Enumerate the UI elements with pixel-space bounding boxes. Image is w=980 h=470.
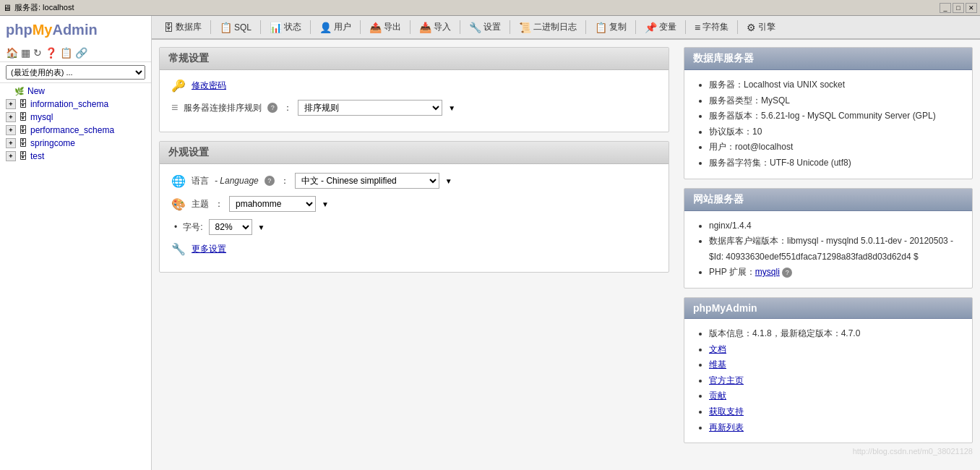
replication-icon: 📋: [595, 22, 607, 33]
settings-icon: 🔧: [469, 22, 481, 33]
databases-btn[interactable]: 🗄 数据库: [158, 19, 207, 35]
list-item: PHP 扩展：mysqli ?: [709, 265, 960, 281]
list-item: nginx/1.4.4: [709, 218, 960, 234]
expand-icon: +: [6, 151, 16, 161]
wiki-link[interactable]: 维基: [709, 359, 726, 369]
homepage-link[interactable]: 官方主页: [709, 375, 744, 385]
list-item: 服务器版本：5.6.21-log - MySQL Community Serve…: [709, 108, 960, 124]
binlog-btn[interactable]: 📜 二进制日志: [513, 19, 583, 35]
list-item: 服务器：Localhost via UNIX socket: [709, 77, 960, 93]
appearance-settings-panel: 外观设置 🌐 语言 - Language ? ： 中文 - Chinese si…: [159, 141, 669, 273]
appearance-settings-header: 外观设置: [160, 142, 669, 164]
db-server-list: 服务器：Localhost via UNIX socket 服务器类型：MySQ…: [696, 77, 960, 171]
contribute-link[interactable]: 贡献: [709, 390, 726, 401]
home-icon[interactable]: 🏠: [6, 47, 18, 59]
db-item-mysql[interactable]: + 🗄 mysql: [0, 111, 151, 124]
support-link[interactable]: 获取支持: [709, 406, 744, 416]
mysqli-link[interactable]: mysqli: [755, 267, 780, 277]
db-icon: 🗄: [19, 138, 27, 148]
phpmyadmin-body: 版本信息：4.1.8，最新稳定版本：4.7.0 文档 维基 官方主页 贡献 获取…: [684, 319, 972, 443]
databases-label: 数据库: [176, 21, 202, 33]
collation-help-icon[interactable]: ?: [267, 103, 278, 113]
sidebar: phpMyAdmin 🏠 ▦ ↻ ❓ 📋 🔗 (最近使用的表) ... New …: [0, 16, 152, 470]
item-key: 协议版本：: [709, 127, 752, 137]
settings-btn[interactable]: 🔧 设置: [463, 19, 507, 35]
users-label: 用户: [334, 21, 351, 33]
db-icon: 🗄: [19, 125, 27, 135]
list-item: 服务器类型：MySQL: [709, 93, 960, 109]
item-value: Localhost via UNIX socket: [744, 80, 845, 90]
web-server-panel: 网站服务器 nginx/1.4.4 数据库客户端版本：libmysql - my…: [684, 188, 973, 289]
mysqli-help-icon[interactable]: ?: [782, 268, 792, 278]
status-btn[interactable]: 📊 状态: [264, 19, 307, 35]
general-settings-header: 常规设置: [160, 48, 669, 70]
maximize-btn[interactable]: □: [953, 3, 964, 13]
collation-select[interactable]: 排序规则: [298, 100, 442, 116]
close-btn[interactable]: ✕: [966, 3, 977, 13]
list-item: 版本信息：4.1.8，最新稳定版本：4.7.0: [709, 326, 960, 342]
more-settings-link[interactable]: 更多设置: [192, 243, 226, 255]
charset-btn[interactable]: ≡ 字符集: [689, 19, 734, 35]
binlog-icon: 📜: [519, 22, 531, 33]
changelog-link[interactable]: 再新列表: [709, 422, 744, 432]
theme-label: 主题: [192, 198, 209, 210]
web-server-list: nginx/1.4.4 数据库客户端版本：libmysql - mysqlnd …: [696, 218, 960, 281]
help-icon[interactable]: ❓: [45, 47, 57, 59]
more-settings-row: 🔧 更多设置: [171, 242, 657, 256]
left-panels: 常规设置 🔑 修改密码 ≡ 服务器连接排序规则 ? ：: [152, 40, 676, 470]
list-item: 数据库客户端版本：libmysql - mysqlnd 5.0.11-dev -…: [709, 234, 960, 265]
db-name: performance_schema: [30, 125, 114, 135]
users-btn[interactable]: 👤 用户: [314, 19, 357, 35]
engines-btn[interactable]: ⚙ 引擎: [741, 19, 781, 35]
titlebar-controls: _ □ ✕: [940, 3, 977, 13]
expand-icon: +: [6, 112, 16, 122]
new-database-link[interactable]: New: [0, 83, 151, 98]
databases-icon: 🗄: [163, 22, 173, 33]
sql-btn[interactable]: 📋 SQL: [214, 19, 257, 35]
sidebar-logo: phpMyAdmin: [0, 16, 151, 44]
language-help-icon[interactable]: ?: [265, 176, 275, 186]
theme-select[interactable]: pmahomme: [229, 196, 316, 212]
language-icon: 🌐: [171, 174, 186, 188]
list-item: 官方主页: [709, 373, 960, 389]
import-btn[interactable]: 📥 导入: [413, 19, 457, 35]
change-password-link[interactable]: 修改密码: [192, 80, 226, 92]
list-item: 文档: [709, 342, 960, 358]
list-item: 贡献: [709, 388, 960, 404]
language-italic-label: - Language: [215, 176, 259, 186]
language-select[interactable]: 中文 - Chinese simplified: [295, 173, 439, 189]
link-icon[interactable]: 🔗: [75, 47, 87, 59]
recent-tables-select[interactable]: (最近使用的表) ...: [6, 65, 145, 80]
font-size-dropdown-icon: ▼: [258, 223, 265, 231]
minimize-btn[interactable]: _: [940, 3, 951, 13]
item-value: root@localhost: [735, 142, 793, 152]
docs-link[interactable]: 文档: [709, 344, 726, 354]
db-item-springcome[interactable]: + 🗄 springcome: [0, 137, 151, 150]
db-server-body: 服务器：Localhost via UNIX socket 服务器类型：MySQ…: [684, 70, 972, 179]
variables-btn[interactable]: 📌 变量: [639, 19, 682, 35]
titlebar-icon: 🖥: [3, 3, 12, 13]
sql-icon: 📋: [220, 22, 232, 33]
list-item: 协议版本：10: [709, 124, 960, 140]
language-row: 🌐 语言 - Language ? ： 中文 - Chinese simplif…: [171, 173, 657, 189]
grid-icon[interactable]: ▦: [21, 47, 30, 59]
refresh-icon[interactable]: ↻: [33, 47, 42, 59]
export-btn[interactable]: 📤 导出: [364, 19, 407, 35]
db-server-header: 数据库服务器: [684, 48, 972, 70]
db-item-performance-schema[interactable]: + 🗄 performance_schema: [0, 124, 151, 137]
item-key: 数据库客户端版本：: [709, 236, 787, 246]
expand-icon: +: [6, 99, 16, 109]
db-server-panel: 数据库服务器 服务器：Localhost via UNIX socket 服务器…: [684, 47, 973, 179]
collation-colon: ：: [283, 102, 292, 114]
db-item-information-schema[interactable]: + 🗄 information_schema: [0, 98, 151, 111]
copy-icon[interactable]: 📋: [60, 47, 72, 59]
export-label: 导出: [384, 21, 401, 33]
sidebar-icon-row: 🏠 ▦ ↻ ❓ 📋 🔗: [0, 44, 151, 62]
import-label: 导入: [434, 21, 451, 33]
replication-btn[interactable]: 📋 复制: [589, 19, 632, 35]
change-password-row: 🔑 修改密码: [171, 79, 657, 93]
font-size-select[interactable]: 82%: [209, 219, 252, 235]
db-item-test[interactable]: + 🗄 test: [0, 150, 151, 163]
collation-icon: ≡: [171, 101, 178, 114]
general-settings-panel: 常规设置 🔑 修改密码 ≡ 服务器连接排序规则 ? ：: [159, 47, 669, 132]
